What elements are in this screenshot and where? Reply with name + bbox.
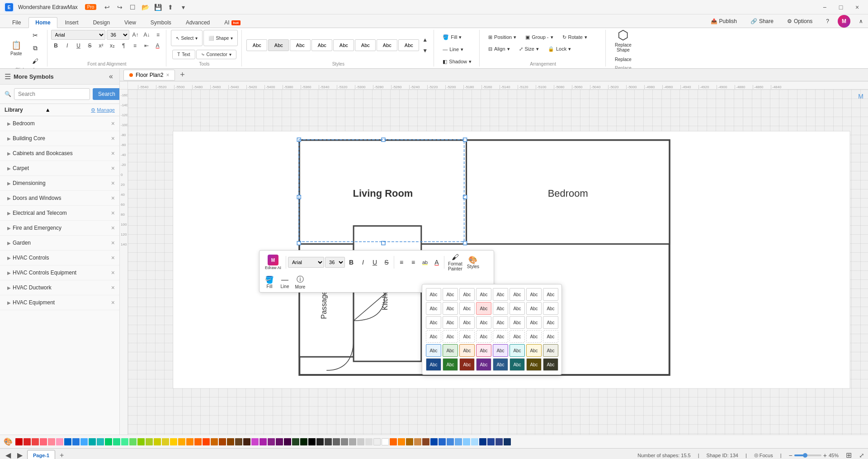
color-swatch[interactable] [300, 438, 307, 445]
color-swatch[interactable] [146, 438, 153, 445]
color-swatch[interactable] [439, 438, 446, 445]
style-swatch-4[interactable]: Abc [311, 39, 332, 51]
style-cell-5-5[interactable]: Abc [493, 344, 508, 357]
minimize-btn[interactable]: − [817, 1, 832, 14]
ft-fontcolor-btn[interactable]: A [431, 258, 442, 267]
color-swatch[interactable] [504, 438, 511, 445]
style-cell-3-1[interactable]: Abc [426, 316, 441, 329]
size-btn[interactable]: ⤢ Size ▾ [515, 43, 543, 54]
text-align-btn[interactable]: ≡ [153, 30, 163, 40]
style-swatch-2[interactable]: Abc [268, 39, 289, 51]
item-close-carpet[interactable]: × [111, 165, 115, 172]
export-btn[interactable]: ⬆ [165, 2, 176, 13]
ft-more-btn[interactable]: ⓘ More [293, 274, 307, 291]
library-item-fire[interactable]: ▶ Fire and Emergency × [0, 221, 119, 236]
sidebar-menu-icon[interactable]: ☰ [5, 72, 11, 81]
style-cell-6-7[interactable]: Abc [526, 358, 542, 371]
style-cell-6-5[interactable]: Abc [493, 358, 508, 371]
options-btn[interactable]: ⚙ Options [782, 16, 817, 27]
color-swatch[interactable] [259, 438, 267, 445]
color-swatch[interactable] [105, 438, 112, 445]
style-cell-1-4[interactable]: Abc [476, 288, 491, 301]
canvas-tab-floorplan[interactable]: Floor Plan2 × [123, 70, 175, 80]
color-swatch[interactable] [80, 438, 88, 445]
color-swatch[interactable] [72, 438, 80, 445]
color-swatch[interactable] [284, 438, 291, 445]
library-item-doors[interactable]: ▶ Doors and Windows × [0, 191, 119, 206]
save-btn[interactable]: 💾 [152, 2, 163, 13]
fit-btn[interactable]: ⊞ [846, 451, 852, 459]
connector-btn[interactable]: ⤷ Connector ▾ [196, 50, 236, 59]
color-swatch[interactable] [276, 438, 283, 445]
color-swatch[interactable] [251, 438, 259, 445]
replace-btn[interactable]: Replace [611, 55, 635, 64]
color-swatch[interactable] [121, 438, 128, 445]
library-item-hvac-equip[interactable]: ▶ HVAC Controls Equipment × [0, 265, 119, 280]
style-cell-1-6[interactable]: Abc [509, 288, 525, 301]
page-tab-1[interactable]: Page-1 [27, 450, 55, 459]
style-cell-2-8[interactable]: Abc [543, 302, 558, 315]
style-cell-3-6[interactable]: Abc [509, 316, 525, 329]
color-swatch[interactable] [471, 438, 478, 445]
style-cell-4-6[interactable]: Abc [509, 330, 525, 343]
ft-bullets-btn[interactable]: ≡ [408, 258, 419, 267]
ft-strike-btn[interactable]: S [381, 258, 392, 267]
page-next-btn[interactable]: ▶ [15, 450, 24, 459]
color-swatch[interactable] [154, 438, 161, 445]
subscript-btn[interactable]: x₂ [108, 41, 118, 51]
item-close-hvac-equip[interactable]: × [111, 269, 115, 276]
italic-btn[interactable]: I [62, 41, 72, 51]
style-cell-2-3[interactable]: Abc [459, 302, 475, 315]
ft-underline-btn[interactable]: U [369, 258, 380, 267]
styles-up-btn[interactable]: ▲ [420, 35, 430, 45]
style-cell-6-3[interactable]: Abc [459, 358, 475, 371]
style-cell-4-3[interactable]: Abc [459, 330, 475, 343]
color-swatch[interactable] [316, 438, 324, 445]
tab-ai[interactable]: AI hot [217, 17, 247, 28]
item-close-garden[interactable]: × [111, 239, 115, 246]
color-swatch[interactable] [211, 438, 218, 445]
style-swatch-8[interactable]: Abc [398, 39, 419, 51]
style-cell-3-5[interactable]: Abc [493, 316, 508, 329]
font-grow-btn[interactable]: A↑ [131, 30, 141, 40]
tab-symbols[interactable]: Symbols [144, 17, 178, 28]
ft-styles-btn[interactable]: 🎨 Styles [465, 254, 481, 270]
library-item-hvac-duct[interactable]: ▶ HVAC Ductwork × [0, 280, 119, 295]
style-cell-5-3[interactable]: Abc [459, 344, 475, 357]
zoom-out-btn[interactable]: − [789, 452, 793, 459]
color-swatch[interactable] [390, 438, 397, 445]
item-close-electrical[interactable]: × [111, 209, 115, 217]
item-close-hvac-equipment[interactable]: × [111, 299, 115, 306]
style-cell-6-6[interactable]: Abc [509, 358, 525, 371]
font-shrink-btn[interactable]: A↓ [142, 30, 152, 40]
style-cell-2-7[interactable]: Abc [526, 302, 542, 315]
bold-btn[interactable]: B [51, 41, 61, 51]
color-swatch[interactable] [40, 438, 47, 445]
tab-home[interactable]: Home [28, 17, 57, 28]
style-cell-5-4[interactable]: Abc [476, 344, 491, 357]
new-btn[interactable]: ☐ [127, 2, 138, 13]
style-cell-2-4[interactable]: Abc [476, 302, 491, 315]
style-cell-5-1[interactable]: Abc [426, 344, 441, 357]
style-cell-4-2[interactable]: Abc [443, 330, 458, 343]
style-cell-4-1[interactable]: Abc [426, 330, 441, 343]
zoom-slider[interactable] [794, 454, 821, 456]
style-swatch-3[interactable]: Abc [290, 39, 311, 51]
position-btn[interactable]: ⊞ Position ▾ [484, 32, 520, 43]
outdent-btn[interactable]: ⇤ [142, 41, 151, 51]
library-item-electrical[interactable]: ▶ Electrical and Telecom × [0, 206, 119, 221]
add-tab-btn[interactable]: + [177, 70, 188, 80]
tab-file[interactable]: File [5, 17, 28, 28]
color-swatch[interactable] [203, 438, 210, 445]
style-cell-3-4[interactable]: Abc [476, 316, 491, 329]
color-swatch[interactable] [292, 438, 299, 445]
style-cell-3-7[interactable]: Abc [526, 316, 542, 329]
select-btn[interactable]: ↖ Select ▾ [171, 30, 203, 46]
fullscreen-btn[interactable]: ⤢ [859, 452, 864, 459]
tab-close-icon[interactable]: × [166, 72, 169, 78]
undo-btn[interactable]: ↩ [102, 2, 113, 13]
color-swatch[interactable] [382, 438, 389, 445]
style-cell-4-8[interactable]: Abc [543, 330, 558, 343]
style-cell-4-7[interactable]: Abc [526, 330, 542, 343]
color-swatch[interactable] [89, 438, 96, 445]
